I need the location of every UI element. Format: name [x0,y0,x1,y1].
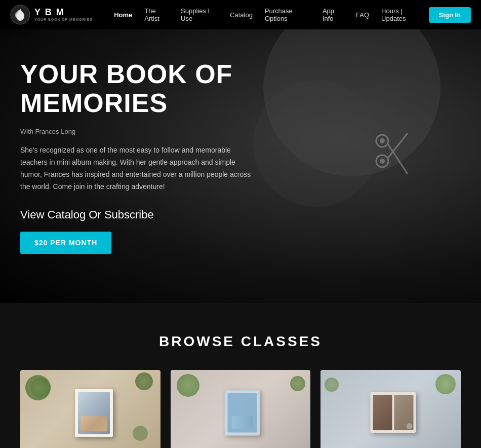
class-card-simple[interactable]: Simple Mini V.5 | $21.00 [320,370,461,448]
class-image-simple [320,370,461,448]
nav-app-info[interactable]: App Info [316,0,350,29]
nav-the-artist[interactable]: The Artist [138,0,175,29]
logo-tagline: Your Book of Memories [34,18,93,22]
svg-line-5 [387,143,408,174]
browse-title: BROWSE CLASSES [20,333,461,350]
nav-hours-updates[interactable]: Hours | Updates [375,0,429,29]
hero-title: YOUR BOOK OF MEMORIES [20,60,273,118]
svg-point-2 [380,138,385,143]
browse-section: BROWSE CLASSES Abstract Folio | $27.00 [0,303,481,448]
nav-purchase-options[interactable]: Purchase Options [259,0,316,29]
hero-content: YOUR BOOK OF MEMORIES With Frances Long … [20,60,273,254]
nav-supplies[interactable]: Supplies I Use [175,0,224,29]
hero-subtitle: With Frances Long [20,128,273,135]
navbar: Y B M Your Book of Memories Home The Art… [0,0,481,29]
class-image-abstract [20,370,161,448]
svg-point-4 [380,159,385,164]
logo[interactable]: Y B M Your Book of Memories [10,5,93,25]
nav-home[interactable]: Home [108,0,138,29]
class-card-acetate[interactable]: Acetate Mini Album | $15.00 [171,370,311,448]
subscribe-button[interactable]: $20 PER MONTH [20,232,111,254]
class-image-acetate [171,370,311,448]
nav-catalog[interactable]: Catalog [224,0,259,29]
sign-in-button[interactable]: Sign In [429,7,471,23]
scissors-decoration [375,131,415,194]
nav-links: Home The Artist Supplies I Use Catalog P… [108,0,429,29]
logo-icon [10,5,30,25]
view-catalog-link[interactable]: View Catalog Or Subscribe [20,208,273,221]
hero-section: YOUR BOOK OF MEMORIES With Frances Long … [0,29,481,303]
nav-faq[interactable]: FAQ [350,0,375,29]
svg-line-6 [387,133,408,159]
logo-ybm: Y B M [34,8,93,18]
class-card-abstract[interactable]: Abstract Folio | $27.00 [20,370,161,448]
classes-grid: Abstract Folio | $27.00 Acetate Mini Alb… [20,370,461,448]
hero-description: She's recognized as one of the most easy… [20,144,253,193]
